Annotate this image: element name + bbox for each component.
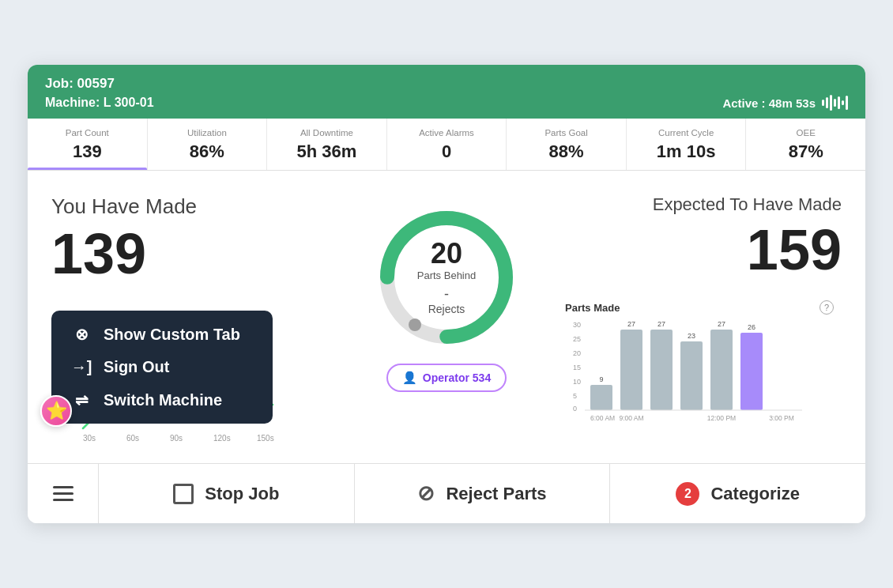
operator-name: Operator 534: [423, 371, 491, 384]
svg-point-7: [409, 318, 421, 331]
reject-parts-label: Reject Parts: [446, 484, 546, 504]
show-custom-tab-item[interactable]: ⊗ Show Custom Tab: [70, 325, 254, 344]
sign-out-label: Sign Out: [104, 358, 169, 376]
bar-chart-svg: 30 25 20 15 10 5 0 9 27 27: [565, 319, 834, 430]
svg-text:27: 27: [658, 320, 665, 328]
stat-all-downtime[interactable]: All Downtime 5h 36m: [267, 119, 387, 170]
custom-tab-icon: ⊗: [70, 325, 92, 344]
center-panel: 20 Parts Behind - Rejects 👤 Operator 534: [352, 194, 541, 447]
expected-label: Expected To Have Made: [557, 194, 842, 215]
popup-menu: ⊗ Show Custom Tab →] Sign Out ⇌ Switch M…: [51, 311, 273, 424]
stats-bar: Part Count 139 Utilization 86% All Downt…: [28, 119, 865, 171]
donut-chart: 20 Parts Behind - Rejects: [371, 202, 522, 352]
svg-text:27: 27: [718, 320, 725, 328]
stat-part-count[interactable]: Part Count 139: [28, 119, 148, 170]
stop-job-label: Stop Job: [205, 484, 279, 504]
reject-parts-button[interactable]: ⊘ Reject Parts: [355, 464, 611, 523]
svg-text:9: 9: [599, 375, 603, 383]
svg-text:10: 10: [573, 378, 581, 386]
svg-text:12:00 PM: 12:00 PM: [707, 414, 736, 422]
machine-label: Machine: L 300-01: [45, 96, 154, 110]
categorize-label: Categorize: [710, 484, 799, 504]
stat-oee[interactable]: OEE 87%: [746, 119, 865, 170]
svg-text:0: 0: [573, 405, 577, 413]
switch-machine-label: Switch Machine: [104, 391, 222, 409]
right-panel: Expected To Have Made 159 Parts Made ? 3…: [557, 194, 842, 447]
svg-rect-23: [710, 330, 733, 410]
job-label: Job: 00597: [45, 76, 848, 92]
svg-text:6:00 AM: 6:00 AM: [590, 414, 615, 422]
svg-text:90s: 90s: [170, 434, 183, 443]
hamburger-icon: [53, 486, 73, 501]
categorize-badge: 2: [676, 482, 699, 506]
svg-text:26: 26: [748, 323, 755, 331]
stat-active-alarms[interactable]: Active Alarms 0: [387, 119, 507, 170]
svg-text:15: 15: [573, 364, 581, 371]
stat-parts-goal[interactable]: Parts Goal 88%: [507, 119, 627, 170]
switch-machine-item[interactable]: ⇌ Switch Machine: [70, 390, 254, 409]
person-icon: 👤: [402, 371, 417, 385]
categorize-button[interactable]: 2 Categorize: [610, 464, 865, 523]
stat-current-cycle[interactable]: Current Cycle 1m 10s: [627, 119, 747, 170]
expected-value: 159: [557, 221, 842, 278]
stop-job-button[interactable]: Stop Job: [99, 464, 355, 523]
star-button[interactable]: ⭐: [40, 395, 72, 427]
show-custom-tab-label: Show Custom Tab: [104, 326, 240, 344]
svg-text:60s: 60s: [126, 434, 139, 443]
main-content: You Have Made 139 30s 60s 90s 120s 150s: [28, 171, 865, 463]
svg-text:5: 5: [573, 392, 577, 400]
reject-icon: ⊘: [417, 481, 435, 506]
menu-button[interactable]: [28, 464, 99, 523]
svg-text:30: 30: [573, 321, 581, 329]
svg-text:9:00 AM: 9:00 AM: [619, 414, 643, 422]
sign-out-icon: →]: [70, 358, 92, 376]
donut-svg: [371, 202, 522, 352]
main-card: Job: 00597 Machine: L 300-01 Active : 48…: [28, 65, 865, 523]
svg-text:3:00 PM: 3:00 PM: [769, 414, 794, 422]
stop-icon: [173, 484, 194, 504]
svg-text:25: 25: [573, 335, 581, 343]
you-have-made-label: You Have Made: [51, 194, 336, 219]
svg-rect-21: [680, 341, 703, 410]
operator-badge[interactable]: 👤 Operator 534: [386, 364, 507, 392]
header: Job: 00597 Machine: L 300-01 Active : 48…: [28, 65, 865, 119]
help-icon[interactable]: ?: [820, 300, 834, 315]
svg-text:20: 20: [573, 349, 581, 357]
svg-rect-25: [740, 333, 763, 410]
svg-rect-17: [620, 330, 642, 410]
stat-utilization[interactable]: Utilization 86%: [148, 119, 268, 170]
switch-machine-icon: ⇌: [70, 390, 92, 409]
bottom-bar: Stop Job ⊘ Reject Parts 2 Categorize: [28, 463, 865, 523]
bar-chart-title: Parts Made: [565, 302, 620, 314]
waveform-icon: [822, 95, 848, 111]
svg-rect-15: [590, 385, 612, 410]
you-have-made-value: 139: [51, 225, 336, 282]
bar-chart-container: Parts Made ? 30 25 20 15 10 5 0 9: [557, 292, 842, 433]
svg-text:23: 23: [688, 332, 695, 340]
sign-out-item[interactable]: →] Sign Out: [70, 358, 254, 376]
svg-text:120s: 120s: [213, 434, 231, 443]
svg-text:27: 27: [627, 320, 635, 328]
svg-text:30s: 30s: [83, 434, 96, 443]
svg-rect-19: [650, 330, 673, 410]
svg-text:150s: 150s: [257, 434, 274, 443]
active-status: Active : 48m 53s: [722, 95, 848, 111]
